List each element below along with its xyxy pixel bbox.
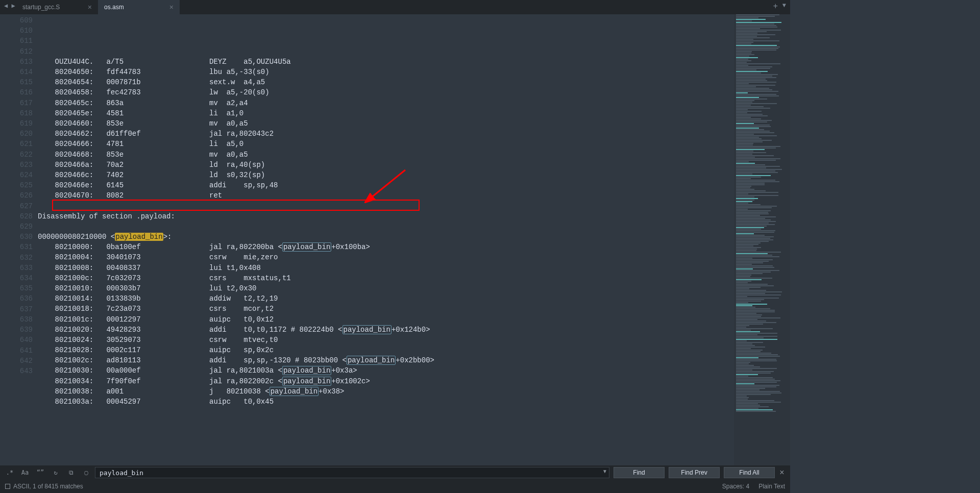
status-matches: ASCII, 1 of 8415 matches (13, 483, 83, 490)
find-prev-button[interactable]: Find Prev (669, 467, 720, 478)
code-line[interactable]: 8020466e: 6145 addi sp,sp,48 (38, 180, 734, 190)
code-line[interactable]: 80210014: 0133839b addiw t2,t2,19 (38, 293, 734, 304)
code-line[interactable]: 8021003a: 00045297 auipc t0,0x45 (38, 397, 734, 407)
code-line[interactable]: 80210004: 30401073 csrw mie,zero (38, 252, 734, 262)
code-line[interactable]: 80210020: 49428293 addi t0,t0,1172 # 802… (38, 325, 734, 335)
search-panel: .* Aa “” ↻ ⧉ ▢ ▼ Find Find Prev Find All… (0, 465, 790, 480)
line-gutter: 6096106116126136146156166176186196206216… (0, 14, 38, 465)
close-icon[interactable]: × (88, 3, 92, 11)
selection-toggle[interactable]: ⧉ (64, 467, 78, 478)
code-line[interactable] (38, 221, 734, 232)
code-line[interactable]: OUZU4U4C. a/T5 DEYZ a5,OUZU4U5a (38, 57, 734, 67)
editor: 6096106116126136146156166176186196206216… (0, 14, 790, 465)
code-line[interactable]: 8021001c: 00012297 auipc t0,0x12 (38, 314, 734, 325)
code-line[interactable]: 8020465c: 863a mv a2,a4 (38, 98, 734, 108)
status-spaces[interactable]: Spaces: 4 (722, 483, 749, 490)
tab-label: startup_gcc.S (22, 4, 60, 11)
code-line[interactable]: 80210028: 0002c117 auipc sp,0x2c (38, 345, 734, 355)
regex-toggle[interactable]: .* (3, 467, 16, 478)
close-search-icon[interactable]: × (777, 468, 787, 477)
close-icon[interactable]: × (169, 3, 174, 11)
tab-os-asm[interactable]: os.asm × (98, 0, 180, 14)
status-checkbox[interactable] (5, 484, 10, 489)
tab-menu-icon[interactable]: ▼ (782, 2, 786, 9)
code-line[interactable] (38, 201, 734, 211)
code-line[interactable]: 80210024: 30529073 csrw mtvec,t0 (38, 335, 734, 345)
tab-startup-gcc[interactable]: startup_gcc.S × (16, 0, 98, 14)
find-button[interactable]: Find (614, 467, 665, 478)
code-line[interactable]: 80204654: 0007871b sext.w a4,a5 (38, 77, 734, 87)
minimap[interactable] (734, 14, 790, 465)
code-line[interactable]: 8020465e: 4581 li a1,0 (38, 108, 734, 118)
code-line[interactable]: 80204666: 4781 li a5,0 (38, 139, 734, 149)
code-line[interactable]: 80210010: 000303b7 lui t2,0x30 (38, 283, 734, 293)
code-line[interactable]: 80210030: 00a000ef jal ra,8021003a <payl… (38, 365, 734, 376)
word-toggle[interactable]: “” (34, 467, 47, 478)
nav-arrows[interactable]: ◀ ▶ (4, 2, 15, 10)
status-syntax[interactable]: Plain Text (758, 483, 785, 490)
tab-label: os.asm (104, 4, 124, 11)
code-line[interactable]: 8020466a: 70a2 ld ra,40(sp) (38, 160, 734, 170)
status-bar: ASCII, 1 of 8415 matches Spaces: 4 Plain… (0, 480, 790, 493)
code-line[interactable]: 80204668: 853e mv a0,a5 (38, 150, 734, 160)
code-line[interactable]: 80204658: fec42783 lw a5,-20(s0) (38, 87, 734, 97)
code-line[interactable]: 80210008: 00408337 lui t1,0x408 (38, 263, 734, 273)
find-all-button[interactable]: Find All (724, 467, 775, 478)
code-line[interactable]: Disassembly of section .payload: (38, 211, 734, 221)
highlight-toggle[interactable]: ▢ (80, 467, 93, 478)
search-history-dropdown[interactable]: ▼ (602, 469, 607, 474)
code-line[interactable] (38, 407, 734, 417)
code-line[interactable]: 80210034: 7f90f0ef jal ra,8022002c <payl… (38, 376, 734, 386)
code-area[interactable]: OUZU4U4C. a/T5 DEYZ a5,OUZU4U5a 80204650… (38, 14, 734, 465)
code-line[interactable]: 8020466c: 7402 ld s0,32(sp) (38, 170, 734, 180)
add-tab-icon[interactable]: + (773, 2, 778, 11)
code-line[interactable]: 80210038: a001 j 80210038 <payload_bin+0… (38, 386, 734, 397)
case-toggle[interactable]: Aa (18, 467, 32, 478)
code-line[interactable]: 0000000080210000 <payload_bin>: (38, 232, 734, 242)
code-line[interactable]: 80204660: 853e mv a0,a5 (38, 118, 734, 129)
code-line[interactable]: 80210000: 0ba100ef jal ra,802200ba <payl… (38, 242, 734, 252)
code-line[interactable]: 8021002c: ad810113 addi sp,sp,-1320 # 80… (38, 355, 734, 365)
code-line[interactable]: 8021000c: 7c032073 csrs mxstatus,t1 (38, 273, 734, 283)
search-input[interactable] (95, 467, 609, 478)
code-line[interactable]: 80210018: 7c23a073 csrs mcor,t2 (38, 304, 734, 314)
code-line[interactable]: 80204650: fdf44783 lbu a5,-33(s0) (38, 67, 734, 77)
code-line[interactable]: 80204662: d61ff0ef jal ra,802043c2 (38, 129, 734, 139)
code-line[interactable]: 80204670: 8082 ret (38, 190, 734, 201)
wrap-toggle[interactable]: ↻ (49, 467, 62, 478)
tab-bar: startup_gcc.S × os.asm × + ▼ (0, 0, 790, 14)
